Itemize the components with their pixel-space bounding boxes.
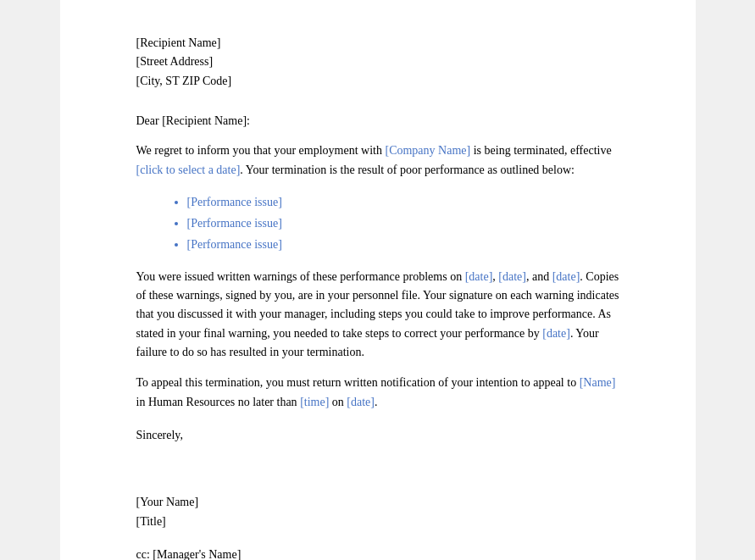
- city-state-zip: [City, ST ZIP Code]: [136, 72, 619, 91]
- para3-post: .: [375, 396, 378, 408]
- salutation: Dear [Recipient Name]:: [136, 114, 619, 128]
- para1-company: [Company Name]: [385, 144, 470, 157]
- para2-date4: [date]: [542, 327, 570, 340]
- para1-mid: is being terminated, effective: [470, 144, 612, 157]
- signer-title: [Title]: [136, 513, 619, 531]
- para2-date3: [date]: [552, 270, 580, 283]
- para3-date: [date]: [347, 396, 375, 408]
- signer-name: [Your Name]: [136, 493, 619, 512]
- paragraph-2: You were issued written warnings of thes…: [136, 268, 619, 363]
- para2-pre: You were issued written warnings of thes…: [136, 270, 465, 283]
- list-item: [Performance issue]: [187, 234, 619, 255]
- cc-line: cc: [Manager's Name]: [136, 548, 619, 560]
- signature-block: [Your Name] [Title]: [136, 493, 619, 531]
- para1-post: . Your termination is the result of poor…: [240, 164, 575, 176]
- para2-date1: [date]: [465, 270, 493, 283]
- list-item: [Performance issue]: [187, 213, 619, 234]
- para3-time: [time]: [300, 396, 329, 408]
- para3-pre: To appeal this termination, you must ret…: [136, 376, 580, 389]
- performance-issues-list: [Performance issue] [Performance issue] …: [187, 191, 619, 256]
- letter-page: [Recipient Name] [Street Address] [City,…: [60, 0, 696, 560]
- para2-date2: [date]: [498, 270, 526, 283]
- para3-sep: on: [329, 396, 347, 408]
- sincerely-text: Sincerely,: [136, 429, 619, 442]
- para1-pre: We regret to inform you that your employ…: [136, 144, 386, 157]
- recipient-name: [Recipient Name]: [136, 34, 619, 53]
- paragraph-1: We regret to inform you that your employ…: [136, 141, 619, 180]
- list-item: [Performance issue]: [187, 191, 619, 213]
- para1-date-link: [click to select a date]: [136, 164, 241, 176]
- address-block: [Recipient Name] [Street Address] [City,…: [136, 34, 619, 91]
- para3-name: [Name]: [580, 376, 616, 389]
- para2-sep2: , and: [526, 270, 552, 283]
- para3-mid: in Human Resources no later than: [136, 396, 301, 408]
- street-address: [Street Address]: [136, 53, 619, 71]
- paragraph-3: To appeal this termination, you must ret…: [136, 374, 619, 412]
